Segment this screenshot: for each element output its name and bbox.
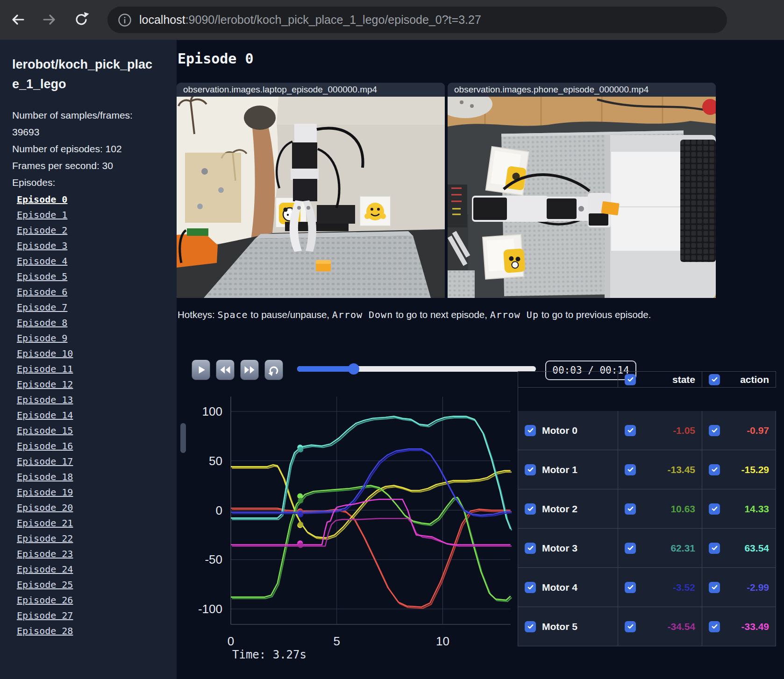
site-info-icon[interactable]: [118, 13, 132, 27]
rewind-button[interactable]: [216, 360, 235, 380]
episode-link[interactable]: Episode 7: [17, 300, 177, 315]
motor-table: state action Motor 0-1.05-0.97Motor 1-13…: [518, 371, 776, 646]
checkbox[interactable]: [709, 425, 720, 436]
svg-text:10: 10: [436, 634, 449, 648]
episode-link[interactable]: Episode 18: [17, 469, 177, 485]
episode-link[interactable]: Episode 9: [17, 331, 177, 346]
checkbox[interactable]: [525, 503, 536, 515]
motor-chart: 100500-50-1000510Time: 3.27s: [178, 396, 514, 667]
loop-button[interactable]: [264, 360, 283, 380]
video-card-phone: observation.images.phone_episode_000000.…: [448, 83, 716, 298]
episode-link[interactable]: Episode 23: [17, 546, 177, 562]
forward-icon[interactable]: [39, 9, 60, 30]
state-value: -1.05: [673, 425, 695, 436]
checkbox[interactable]: [709, 621, 720, 632]
episode-link[interactable]: Episode 12: [17, 377, 177, 392]
table-corner-cell: [518, 372, 618, 388]
episode-link[interactable]: Episode 0: [17, 192, 177, 207]
svg-text:0: 0: [216, 503, 222, 517]
hotkey-key: Space: [217, 309, 248, 320]
action-value: 63.54: [744, 543, 769, 554]
checkbox[interactable]: [625, 464, 636, 475]
dataset-title: lerobot/koch_pick_place_1_lego: [12, 55, 155, 94]
state-value-cell: -3.52: [618, 568, 702, 607]
action-value: -0.97: [747, 425, 769, 436]
episode-link[interactable]: Episode 3: [17, 238, 177, 254]
motor-name: Motor 2: [542, 503, 577, 515]
episode-link[interactable]: Episode 13: [17, 392, 177, 408]
state-column-checkbox[interactable]: [625, 374, 636, 385]
action-value-cell: -15.29: [702, 450, 776, 489]
state-value-cell: 10.63: [618, 489, 702, 529]
phone-video[interactable]: [448, 97, 716, 298]
motor-name: Motor 0: [542, 425, 577, 436]
episode-link[interactable]: Episode 14: [17, 408, 177, 423]
state-value-cell: 62.31: [618, 529, 702, 568]
episode-link[interactable]: Episode 4: [17, 254, 177, 269]
action-value-cell: -33.49: [702, 607, 776, 646]
episode-link[interactable]: Episode 20: [17, 500, 177, 516]
checkbox[interactable]: [709, 503, 720, 515]
episode-link[interactable]: Episode 27: [17, 608, 177, 623]
motor-name-cell: Motor 4: [518, 568, 618, 607]
hotkey-text: to go to next episode,: [393, 309, 490, 320]
checkbox[interactable]: [625, 425, 636, 436]
episode-link[interactable]: Episode 24: [17, 562, 177, 577]
checkbox[interactable]: [709, 543, 720, 554]
motor-name-cell: Motor 2: [518, 489, 618, 529]
checkbox[interactable]: [625, 582, 636, 593]
episode-link[interactable]: Episode 26: [17, 593, 177, 608]
action-value: 14.33: [744, 503, 769, 515]
seek-slider[interactable]: [297, 366, 536, 372]
video-title: observation.images.phone_episode_000000.…: [448, 83, 716, 97]
episode-link[interactable]: Episode 5: [17, 269, 177, 284]
checkbox[interactable]: [625, 621, 636, 632]
checkbox[interactable]: [709, 464, 720, 475]
checkbox[interactable]: [525, 582, 536, 593]
episode-link[interactable]: Episode 1: [17, 207, 177, 223]
action-column-checkbox[interactable]: [709, 374, 720, 385]
laptop-video[interactable]: [177, 97, 445, 298]
checkbox[interactable]: [709, 582, 720, 593]
browser-toolbar: localhost:9090/lerobot/koch_pick_place_1…: [0, 0, 784, 40]
motor-name: Motor 4: [542, 582, 577, 593]
checkbox[interactable]: [525, 621, 536, 632]
checkbox[interactable]: [525, 543, 536, 554]
episode-link[interactable]: Episode 8: [17, 315, 177, 331]
address-bar[interactable]: localhost:9090/lerobot/koch_pick_place_1…: [107, 7, 727, 33]
episode-link[interactable]: Episode 6: [17, 284, 177, 300]
seek-slider-fill: [297, 366, 354, 372]
state-value-cell: -1.05: [618, 411, 702, 450]
episode-link[interactable]: Episode 10: [17, 346, 177, 361]
action-value-cell: 14.33: [702, 489, 776, 529]
action-value-cell: -0.97: [702, 411, 776, 450]
state-value: -34.54: [667, 621, 695, 632]
checkbox[interactable]: [525, 425, 536, 436]
back-icon[interactable]: [7, 9, 28, 30]
episode-link[interactable]: Episode 21: [17, 516, 177, 531]
play-button[interactable]: [192, 360, 210, 380]
checkbox[interactable]: [625, 543, 636, 554]
episode-link[interactable]: Episode 25: [17, 577, 177, 593]
checkbox[interactable]: [525, 464, 536, 475]
episode-link[interactable]: Episode 16: [17, 439, 177, 454]
fast-forward-button[interactable]: [240, 360, 259, 380]
episode-link[interactable]: Episode 19: [17, 485, 177, 500]
episode-link[interactable]: Episode 11: [17, 361, 177, 377]
svg-text:50: 50: [209, 454, 222, 468]
episode-link[interactable]: Episode 2: [17, 223, 177, 238]
episodes-label: Episodes:: [12, 174, 153, 191]
episode-link[interactable]: Episode 22: [17, 531, 177, 546]
action-value: -2.99: [747, 582, 769, 593]
checkbox[interactable]: [625, 503, 636, 515]
state-value: 62.31: [670, 543, 695, 554]
action-value: -33.49: [741, 621, 769, 632]
action-value-cell: 63.54: [702, 529, 776, 568]
episode-link[interactable]: Episode 28: [17, 623, 177, 639]
episode-link[interactable]: Episode 17: [17, 454, 177, 469]
episode-link[interactable]: Episode 15: [17, 423, 177, 439]
hotkeys-help: Hotkeys: Space to pause/unpause, Arrow D…: [178, 309, 651, 320]
reload-icon[interactable]: [71, 9, 92, 30]
svg-text:-100: -100: [198, 602, 222, 616]
seek-slider-thumb[interactable]: [348, 363, 359, 375]
